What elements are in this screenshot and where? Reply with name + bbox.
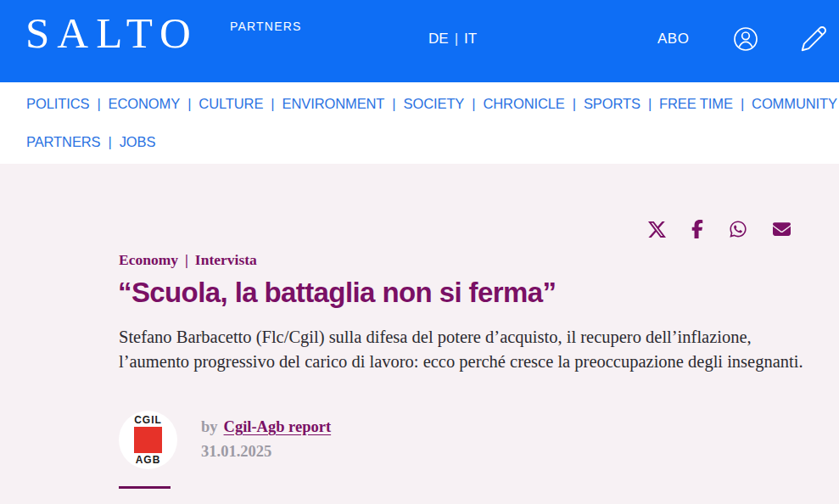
article-kicker: Economy | Intervista (119, 251, 257, 269)
nav-separator: | (573, 96, 576, 111)
nav-item-partners[interactable]: PARTNERS (26, 134, 101, 149)
kicker-separator: | (185, 251, 188, 269)
nav-row-2: PARTNERS|JOBS (26, 134, 155, 150)
cgil-red-square (134, 427, 162, 453)
nav-separator: | (109, 134, 112, 149)
whatsapp-icon[interactable] (729, 220, 747, 238)
nav-item-free-time[interactable]: FREE TIME (659, 96, 733, 111)
facebook-icon[interactable] (691, 220, 703, 238)
kicker-subcategory[interactable]: Intervista (195, 251, 257, 269)
nav-item-sports[interactable]: SPORTS (584, 96, 640, 111)
byline: byCgil-Agb report 31.01.2025 (201, 418, 331, 461)
account-icon[interactable] (732, 25, 759, 53)
nav-separator: | (648, 96, 652, 111)
nav-item-culture[interactable]: CULTURE (199, 96, 263, 111)
nav-item-community[interactable]: COMMUNITY (752, 96, 837, 111)
nav-separator: | (472, 96, 475, 111)
page: SALTO PARTNERS DE | IT ABO POLITICS|ECON… (0, 0, 839, 504)
abo-link[interactable]: ABO (657, 31, 689, 48)
nav-item-environment[interactable]: ENVIRONMENT (282, 96, 385, 111)
article-title: “Scuola, la battaglia non si ferma” (118, 277, 556, 309)
kicker-category[interactable]: Economy (119, 251, 178, 269)
pencil-icon[interactable] (800, 25, 828, 53)
avatar-org-top-label: CGIL (134, 414, 162, 426)
language-separator: | (455, 31, 458, 48)
lang-it-link[interactable]: IT (464, 31, 477, 48)
article-lead: Stefano Barbacetto (Flc/Cgil) sulla dife… (119, 325, 804, 373)
site-logo[interactable]: SALTO (25, 8, 199, 58)
nav-separator: | (187, 96, 191, 111)
partners-label[interactable]: PARTNERS (230, 20, 302, 33)
nav-item-jobs[interactable]: JOBS (120, 134, 156, 149)
nav-item-politics[interactable]: POLITICS (26, 96, 89, 111)
nav-separator: | (97, 96, 100, 111)
x-icon[interactable] (648, 221, 666, 238)
main-nav: POLITICS|ECONOMY|CULTURE|ENVIRONMENT|SOC… (0, 82, 839, 164)
section-divider (119, 486, 171, 489)
lang-de-link[interactable]: DE (428, 31, 449, 48)
byline-author-link[interactable]: Cgil-Agb report (224, 418, 332, 435)
article-header-section: Economy | Intervista “Scuola, la battagl… (0, 164, 839, 504)
nav-row-1: POLITICS|ECONOMY|CULTURE|ENVIRONMENT|SOC… (26, 96, 839, 112)
language-switcher: DE | IT (428, 31, 477, 48)
byline-date: 31.01.2025 (201, 443, 331, 461)
byline-prefix: by (201, 418, 218, 435)
nav-item-society[interactable]: SOCIETY (404, 96, 465, 111)
nav-item-chronicle[interactable]: CHRONICLE (483, 96, 564, 111)
email-icon[interactable] (773, 222, 791, 236)
nav-separator: | (741, 96, 744, 111)
site-header: SALTO PARTNERS DE | IT ABO (0, 0, 839, 82)
share-buttons (648, 219, 791, 239)
nav-separator: | (392, 96, 395, 111)
nav-separator: | (271, 96, 274, 111)
nav-item-economy[interactable]: ECONOMY (109, 96, 181, 111)
avatar-org-bottom-label: AGB (136, 454, 161, 466)
byline-author-row: byCgil-Agb report (201, 418, 331, 436)
author-avatar[interactable]: CGIL AGB (119, 411, 177, 469)
